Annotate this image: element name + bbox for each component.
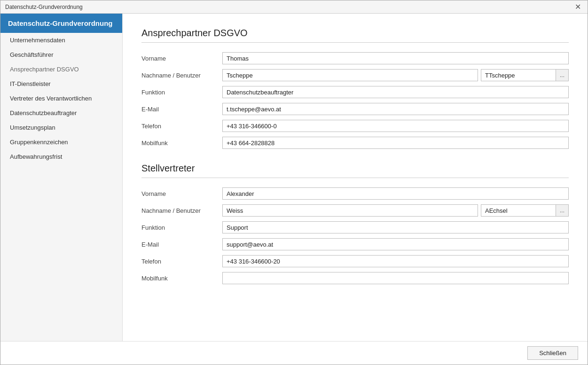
nachname-input[interactable] [222,69,478,81]
s2-vorname-input[interactable] [222,187,569,200]
main-content: Ansprechpartner DSGVO Vorname Nachname /… [123,14,588,341]
s2-funktion-input[interactable] [222,221,569,233]
sidebar-item-umsetzungsplan[interactable]: Umsetzungsplan [0,120,122,135]
section1-divider [141,42,569,43]
s2-email-input[interactable] [222,238,569,250]
s2-mobilfunk-label: Mobilfunk [141,275,217,282]
s2-funktion-label: Funktion [141,224,217,231]
footer: Schließen [0,341,588,365]
s2-nachname-row: ... [222,204,569,217]
s2-email-label: E-Mail [141,241,217,248]
s2-mobilfunk-input[interactable] [222,272,569,284]
sidebar-item-unternehmensdaten[interactable]: Unternehmensdaten [0,33,122,47]
section1-form: Vorname Nachname / Benutzer ... Funktion [141,52,569,149]
s2-benutzer-field: ... [481,204,569,217]
s2-vorname-label: Vorname [141,190,217,197]
vorname-input[interactable] [222,52,569,64]
sidebar-item-vertreter[interactable]: Vertreter des Verantwortlichen [0,91,122,106]
nachname-label: Nachname / Benutzer [141,72,217,79]
title-bar-text: Datenschutz-Grundverordnung [5,4,83,10]
content-area: Datenschutz-Grundverordnung Unternehmens… [0,14,588,341]
sidebar-item-gruppenkennzeichen[interactable]: Gruppenkennzeichen [0,135,122,149]
sidebar-item-ansprechpartner[interactable]: Ansprechpartner DSGVO [0,62,122,77]
s2-benutzer-input[interactable] [481,204,556,217]
nachname-row: ... [222,69,569,81]
funktion-input[interactable] [222,86,569,98]
section2-form: Vorname Nachname / Benutzer ... Funktion [141,187,569,284]
section-ansprechpartner: Ansprechpartner DSGVO Vorname Nachname /… [141,28,569,149]
s2-benutzer-dots-button[interactable]: ... [556,204,569,217]
sidebar: Datenschutz-Grundverordnung Unternehmens… [0,14,123,341]
funktion-label: Funktion [141,89,217,96]
email-label: E-Mail [141,106,217,113]
benutzer-input[interactable] [481,69,556,81]
sidebar-item-aufbewahrungsfrist[interactable]: Aufbewahrungsfrist [0,149,122,164]
window-close-button[interactable]: ✕ [573,3,583,11]
section2-title: Stellvertreter [141,163,569,174]
mobilfunk-label: Mobilfunk [141,140,217,147]
telefon-input[interactable] [222,120,569,132]
section2-divider [141,178,569,178]
sidebar-item-it-dienstleister[interactable]: IT-Dienstleister [0,77,122,91]
telefon-label: Telefon [141,123,217,130]
section1-title: Ansprechpartner DSGVO [141,28,569,39]
title-bar: Datenschutz-Grundverordnung ✕ [0,0,588,14]
benutzer-field: ... [481,69,569,81]
benutzer-dots-button[interactable]: ... [556,69,569,81]
vorname-label: Vorname [141,55,217,62]
sidebar-item-geschaeftsfuehrer[interactable]: Geschäftsführer [0,47,122,62]
sidebar-header: Datenschutz-Grundverordnung [0,14,122,33]
schliessen-button[interactable]: Schließen [527,346,578,360]
s2-nachname-label: Nachname / Benutzer [141,207,217,214]
email-input[interactable] [222,103,569,115]
mobilfunk-input[interactable] [222,137,569,149]
s2-nachname-input[interactable] [222,204,478,217]
section-stellvertreter: Stellvertreter Vorname Nachname / Benutz… [141,163,569,284]
s2-telefon-input[interactable] [222,255,569,267]
main-window: Datenschutz-Grundverordnung ✕ Datenschut… [0,0,588,365]
sidebar-item-datenschutzbeauftragter[interactable]: Datenschutzbeauftragter [0,106,122,120]
s2-telefon-label: Telefon [141,258,217,265]
